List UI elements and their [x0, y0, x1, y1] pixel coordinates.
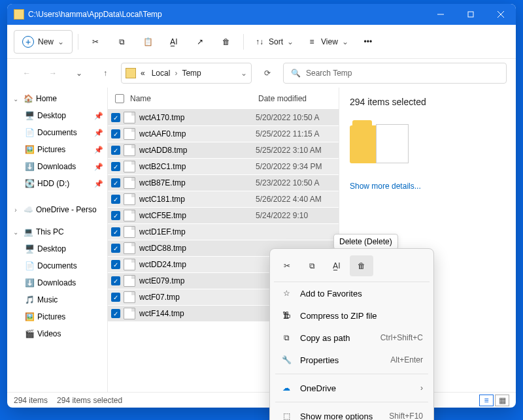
sort-icon: ↑↓ — [254, 37, 265, 47]
show-more-details-link[interactable]: Show more details... — [350, 182, 505, 191]
context-icon-row: ✂ ⧉ A̲I 🗑 — [274, 253, 430, 282]
row-checkbox[interactable]: ✓ — [108, 146, 124, 155]
row-checkbox[interactable]: ✓ — [108, 260, 124, 269]
context-rename-button[interactable]: A̲I — [325, 255, 348, 276]
copy-button[interactable]: ⧉ — [110, 30, 133, 54]
delete-button[interactable]: 🗑 — [214, 30, 238, 54]
context-copy-button[interactable]: ⧉ — [300, 255, 324, 276]
file-row[interactable]: ✓wctB2C1.tmp5/20/2022 9:34 PM — [108, 159, 339, 175]
file-row[interactable]: ✓wctADD8.tmp5/25/2022 3:10 AM — [108, 142, 339, 159]
row-checkbox[interactable]: ✓ — [108, 178, 124, 187]
sort-button[interactable]: ↑↓ Sort ⌄ — [249, 30, 299, 54]
file-row[interactable]: ✓wctB87E.tmp5/23/2022 10:50 A — [108, 175, 339, 191]
column-name[interactable]: Name — [127, 94, 258, 103]
pin-icon: 📌 — [94, 163, 103, 171]
separator — [275, 374, 428, 374]
row-checkbox[interactable]: ✓ — [108, 195, 124, 204]
row-checkbox[interactable]: ✓ — [108, 211, 124, 220]
file-name: wctAAF0.tmp — [139, 129, 256, 138]
file-name: wctF144.tmp — [139, 309, 256, 318]
sidebar-item-home[interactable]: ⌄🏠Home — [7, 90, 107, 107]
star-icon: ☆ — [280, 289, 292, 298]
breadcrumb-part[interactable]: « — [139, 67, 147, 79]
minimize-button[interactable] — [426, 4, 456, 25]
new-button[interactable]: + New ⌄ — [14, 30, 73, 54]
recent-button[interactable]: ⌄ — [69, 63, 90, 84]
file-row[interactable]: ✓wctA170.tmp5/20/2022 10:50 A — [108, 110, 339, 126]
chevron-down-icon: ⌄ — [342, 37, 348, 46]
back-button[interactable]: ← — [16, 63, 37, 84]
titlebar[interactable]: C:\Users\hamma\AppData\Local\Temp — [7, 4, 516, 25]
sidebar-item-pc-desktop[interactable]: 🖥️Desktop — [7, 240, 107, 257]
sidebar-item-onedrive[interactable]: ›☁️OneDrive - Perso — [7, 201, 107, 218]
refresh-button[interactable]: ⟳ — [257, 63, 278, 84]
context-compress[interactable]: 🗜Compress to ZIP file — [274, 304, 430, 327]
context-copy-path[interactable]: ⧉Copy as pathCtrl+Shift+C — [274, 327, 430, 349]
sidebar-item-pc-documents[interactable]: 📄Documents — [7, 257, 107, 274]
trash-icon: 🗑 — [221, 37, 231, 47]
file-row[interactable]: ✓wctAAF0.tmp5/25/2022 11:15 A — [108, 126, 339, 142]
sidebar-item-thispc[interactable]: ⌄💻This PC — [7, 223, 107, 240]
file-row[interactable]: ✓wctC181.tmp5/26/2022 4:40 AM — [108, 191, 339, 208]
row-checkbox[interactable]: ✓ — [108, 244, 124, 253]
file-icon — [124, 193, 135, 205]
column-header: Name Date modified — [108, 88, 339, 110]
row-checkbox[interactable]: ✓ — [108, 276, 124, 285]
file-row[interactable]: ✓wctCF5E.tmp5/24/2022 9:10 — [108, 208, 339, 224]
row-checkbox[interactable]: ✓ — [108, 293, 124, 302]
chevron-down-icon[interactable]: ⌄ — [241, 69, 247, 78]
file-name: wctDC88.tmp — [139, 244, 256, 253]
search-box[interactable]: 🔍 Search Temp — [283, 63, 507, 84]
sidebar-item-pc-videos[interactable]: 🎬Videos — [7, 325, 107, 342]
row-checkbox[interactable]: ✓ — [108, 129, 124, 138]
sidebar-item-pictures[interactable]: 🖼️Pictures📌 — [7, 141, 107, 158]
forward-button[interactable]: → — [42, 63, 63, 84]
select-all-checkbox[interactable] — [112, 94, 127, 103]
context-cut-button[interactable]: ✂ — [275, 255, 299, 276]
sidebar-item-desktop[interactable]: 🖥️Desktop📌 — [7, 107, 107, 124]
sidebar-item-hdd[interactable]: 💽HDD (D:)📌 — [7, 175, 107, 192]
context-delete-button[interactable]: 🗑 — [350, 255, 373, 276]
share-button[interactable]: ↗ — [188, 30, 212, 54]
row-checkbox[interactable]: ✓ — [108, 113, 124, 122]
videos-icon: 🎬 — [24, 329, 35, 339]
selection-count: 294 items selected — [350, 97, 505, 107]
rename-button[interactable]: A̲I — [162, 30, 186, 54]
sidebar-item-pc-downloads[interactable]: ⬇️Downloads — [7, 274, 107, 291]
rename-icon: A̲I — [169, 37, 179, 47]
maximize-button[interactable] — [456, 4, 486, 25]
paste-icon: 📋 — [143, 37, 153, 47]
close-button[interactable] — [486, 4, 516, 25]
up-button[interactable]: ↑ — [95, 63, 116, 84]
more-button[interactable]: ••• — [356, 30, 380, 54]
pictures-icon: 🖼️ — [24, 312, 35, 322]
sidebar-item-downloads[interactable]: ⬇️Downloads📌 — [7, 158, 107, 175]
row-checkbox[interactable]: ✓ — [108, 227, 124, 236]
sidebar-item-pc-music[interactable]: 🎵Music — [7, 291, 107, 308]
status-selection: 294 items selected — [57, 396, 122, 405]
context-properties[interactable]: 🔧PropertiesAlt+Enter — [274, 349, 430, 371]
cut-button[interactable]: ✂ — [84, 30, 107, 54]
context-favorites[interactable]: ☆Add to Favorites — [274, 282, 430, 304]
icons-view-button[interactable]: ▦ — [495, 395, 509, 406]
details-view-button[interactable]: ≡ — [479, 395, 494, 406]
view-button[interactable]: ≡ View ⌄ — [301, 30, 354, 54]
breadcrumb[interactable]: « Local › Temp ⌄ — [121, 63, 252, 84]
breadcrumb-part[interactable]: Temp — [180, 67, 203, 79]
file-row[interactable]: ✓wctD1EF.tmp — [108, 224, 339, 240]
sidebar-item-pc-pictures[interactable]: 🖼️Pictures — [7, 308, 107, 325]
row-checkbox[interactable]: ✓ — [108, 162, 124, 171]
column-date[interactable]: Date modified — [258, 94, 339, 103]
chevron-right-icon: › — [11, 206, 20, 214]
context-onedrive[interactable]: ☁OneDrive› — [274, 377, 430, 399]
file-icon — [124, 177, 135, 189]
row-checkbox[interactable]: ✓ — [108, 309, 124, 318]
file-date: 5/24/2022 9:10 — [256, 211, 339, 220]
search-placeholder: Search Temp — [306, 69, 352, 78]
paste-button[interactable]: 📋 — [136, 30, 160, 54]
sidebar-item-documents[interactable]: 📄Documents📌 — [7, 124, 107, 141]
breadcrumb-part[interactable]: Local — [150, 67, 173, 79]
context-show-more[interactable]: ⬚Show more optionsShift+F10 — [274, 405, 430, 420]
trash-icon: 🗑 — [358, 261, 365, 270]
divider — [243, 34, 244, 50]
